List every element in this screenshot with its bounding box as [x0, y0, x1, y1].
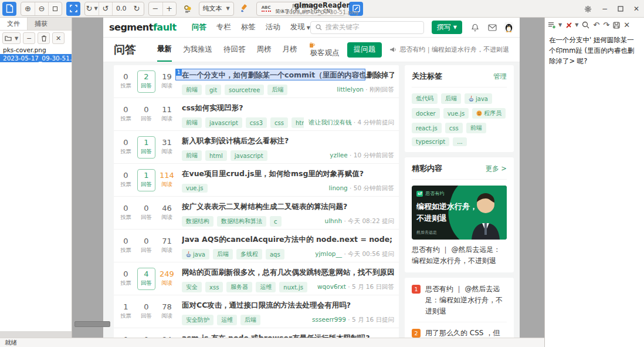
- question-title[interactable]: 面对CC攻击，通过接口限流的方法去处理会有用吗?: [182, 301, 394, 311]
- tag-chip-typescript[interactable]: typescript: [412, 137, 449, 146]
- tag-chip-css3[interactable]: css3: [246, 117, 267, 128]
- save-output-icon[interactable]: [613, 22, 620, 29]
- question-row[interactable]: 0投票0回答84阅读asm.js 有在 node 或browser有最低运行版本…: [114, 328, 399, 338]
- tag-chip-安全[interactable]: 安全: [182, 282, 202, 292]
- question-author[interactable]: yzllee: [330, 151, 347, 159]
- restore-button[interactable]: [618, 6, 623, 12]
- undo-icon[interactable]: ↶: [593, 21, 599, 29]
- question-title[interactable]: css如何实现凹形?: [182, 103, 394, 113]
- rotate-right-button[interactable]: ↻: [130, 2, 144, 16]
- tag-chip-docker[interactable]: docker: [412, 108, 440, 119]
- sf-nav-标签[interactable]: 标签: [241, 22, 256, 32]
- tag-chip-运维[interactable]: 运维: [256, 282, 276, 292]
- tag-chip-java[interactable]: java: [182, 249, 209, 260]
- image-controls-button[interactable]: [181, 2, 195, 16]
- question-author[interactable]: wqov6rxt: [317, 283, 346, 290]
- question-title[interactable]: 在vue项目里crud.js里，如何给msg里的对象再赋值?: [182, 169, 394, 179]
- zoom-original-button[interactable]: [48, 2, 62, 16]
- question-title[interactable]: 按广义表表示二叉树结构生成二叉链表的算法问题?: [182, 202, 394, 212]
- clear-sources-button[interactable]: ✕: [52, 32, 65, 44]
- sf-write-button[interactable]: 撰写 ▼: [432, 21, 462, 34]
- tag-chip-后端[interactable]: 后端: [267, 85, 287, 95]
- sf-nav-活动[interactable]: 活动: [266, 22, 280, 32]
- file-list-scrollbar[interactable]: [0, 331, 72, 338]
- question-author[interactable]: ssseerr999: [312, 316, 346, 323]
- sf-tab-待回答[interactable]: 待回答: [223, 38, 246, 61]
- tag-chip-git[interactable]: git: [205, 85, 221, 95]
- rotation-value[interactable]: 0.0: [112, 2, 130, 16]
- featured-banner[interactable]: sf 思否有约 编程如逆水行舟， 不进则退 然后去远足: [412, 186, 507, 240]
- recognize-button[interactable]: [349, 2, 363, 16]
- question-row[interactable]: 0投票1回答31阅读新入职拿到设计稿后怎么看标注?前端htmljavascrip…: [114, 131, 399, 164]
- question-author[interactable]: littlelyon: [337, 86, 364, 93]
- tag-chip-数据结构[interactable]: 数据结构: [182, 216, 213, 227]
- tag-chip-css[interactable]: css: [445, 123, 463, 133]
- sources-tab-capture[interactable]: 捕获: [28, 18, 55, 30]
- tag-chip-xss[interactable]: xss: [205, 282, 223, 292]
- close-button[interactable]: ✕: [633, 5, 639, 13]
- tag-chip-react.js[interactable]: react.js: [412, 123, 442, 133]
- find-replace-icon[interactable]: [582, 21, 589, 29]
- tag-chip-运维[interactable]: 运维: [217, 315, 237, 325]
- tag-chip-程序员[interactable]: 程序员: [472, 108, 506, 119]
- question-author[interactable]: linong: [329, 184, 348, 191]
- zoom-out-button[interactable]: ⊖: [35, 2, 48, 16]
- tag-chip-后端[interactable]: 后端: [240, 315, 260, 325]
- file-list-item[interactable]: 2023-05-17_09-30-51.png: [0, 54, 72, 62]
- tag-chip-安全防护[interactable]: 安全防护: [182, 315, 213, 325]
- more-link[interactable]: 更多 >: [486, 164, 507, 173]
- zoom-in-button[interactable]: ⊕: [21, 2, 35, 16]
- tag-chip-前端[interactable]: 前端: [182, 150, 202, 161]
- canvas-hscrollbar-thumb[interactable]: [74, 321, 110, 327]
- tag-chip-java[interactable]: java: [465, 93, 492, 104]
- settings-gear-icon[interactable]: [584, 5, 592, 13]
- tag-chip-后端[interactable]: 后端: [213, 249, 233, 260]
- ocr-selection-box[interactable]: 1: [175, 69, 365, 80]
- sf-nav-发现[interactable]: 发现▼: [290, 22, 310, 32]
- highlight-tool-button[interactable]: [238, 2, 252, 16]
- sf-tab-极客观点[interactable]: 极客观点: [309, 35, 340, 65]
- question-row[interactable]: 0投票0回答46阅读按广义表表示二叉树结构生成二叉链表的算法问题?数据结构数据结…: [114, 197, 399, 230]
- rotate-left-button[interactable]: ↺: [99, 2, 112, 16]
- close-output-icon[interactable]: ✕: [623, 21, 630, 29]
- tag-chip-javascript[interactable]: javascript: [205, 117, 242, 128]
- question-title[interactable]: 网站的页面刷新很多次，总有几次偶发跳转恶意网站，找不到原因?: [182, 268, 394, 278]
- tag-chip-nuxt.js[interactable]: nuxt.js: [279, 282, 307, 292]
- messages-mail-icon[interactable]: [488, 24, 497, 31]
- sf-tab-最新[interactable]: 最新: [157, 38, 172, 62]
- ranked-item[interactable]: 1思否有约 ｜ @然后去远足：编程如逆水行舟，不进则退: [412, 278, 507, 322]
- sf-tab-周榜[interactable]: 周榜: [257, 38, 272, 61]
- sources-tab-files[interactable]: 文件: [0, 18, 28, 30]
- question-author[interactable]: 谁让我们没有钱: [309, 119, 352, 126]
- question-row[interactable]: 0投票0回答11阅读css如何实现凹形?前端javascriptcss3cssh…: [114, 98, 399, 131]
- user-avatar[interactable]: [504, 21, 514, 34]
- tag-chip-html[interactable]: html: [292, 117, 304, 128]
- question-title[interactable]: 新入职拿到设计稿后怎么看标注?: [182, 136, 394, 146]
- manage-tags-link[interactable]: 管理: [493, 72, 507, 81]
- open-file-button[interactable]: ▼: [2, 32, 21, 44]
- file-list-item[interactable]: pks-cover.png: [0, 46, 72, 54]
- notifications-bell-icon[interactable]: [471, 23, 479, 32]
- tag-chip-html[interactable]: html: [205, 150, 227, 161]
- tag-chip-sourcetree[interactable]: sourcetree: [225, 85, 264, 95]
- ocr-output-text[interactable]: 在一个分支中' 妞何圆除某一个印mm趾 (里面的内睿也删除淖了> 呢?: [545, 32, 644, 69]
- question-row[interactable]: 0投票1回答114阅读在vue项目里crud.js里，如何给msg里的对象再赋值…: [114, 164, 399, 197]
- ranked-item[interactable]: 2用了那么久的 CSS ，但你还是不懂它: [412, 322, 507, 338]
- tag-chip-css[interactable]: css: [270, 117, 288, 128]
- sf-tab-为我推送[interactable]: 为我推送: [183, 38, 212, 61]
- minimize-button[interactable]: −: [602, 5, 608, 13]
- recognize-language-dropdown[interactable]: ABC 所认选择区 简体字 [chi_sim] (zh_CN) ▼: [256, 2, 345, 16]
- tag-chip-前端[interactable]: 前端: [182, 85, 202, 95]
- sf-nav-专栏[interactable]: 专栏: [216, 22, 231, 32]
- rotate-mode-dropdown[interactable]: ↻▼: [85, 2, 99, 16]
- tag-chip-vue.js[interactable]: vue.js: [182, 184, 208, 193]
- tag-chip-前端[interactable]: 前端: [466, 123, 486, 133]
- question-row[interactable]: 0投票0回答71阅读Java AQS的cancelAcquire方法中的 nod…: [114, 230, 399, 262]
- question-row[interactable]: 1投票0回答78阅读面对CC攻击，通过接口限流的方法去处理会有用吗?安全防护运维…: [114, 295, 399, 328]
- append-mode-dropdown[interactable]: ▼: [548, 21, 562, 29]
- tag-chip-前端[interactable]: 前端: [182, 117, 202, 128]
- substitutions-dropdown[interactable]: ▼: [565, 22, 578, 29]
- sf-nav-问答[interactable]: 问答: [192, 22, 206, 32]
- question-row[interactable]: 0投票2回答19阅读1在一个分支中，如何删除某一个commit（里面的内容也删除…: [114, 65, 399, 98]
- tag-chip-服务器[interactable]: 服务器: [226, 282, 252, 292]
